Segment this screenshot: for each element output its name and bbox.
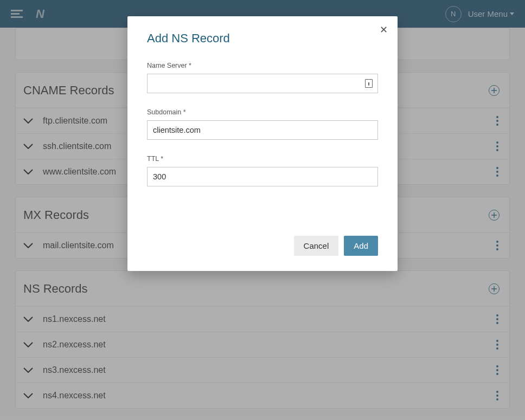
modal-overlay[interactable]: ✕ Add NS Record Name Server * Subdomain … [0,0,525,420]
cancel-button[interactable]: Cancel [294,236,339,256]
subdomain-field-group: Subdomain * [147,108,378,140]
ttl-input[interactable] [147,167,378,186]
name-server-input[interactable] [147,74,378,93]
modal-footer: Cancel Add [294,236,378,256]
name-server-field-group: Name Server * [147,62,378,93]
subdomain-input[interactable] [147,120,378,140]
close-icon[interactable]: ✕ [380,24,388,36]
field-label: TTL * [147,155,378,163]
field-label: Name Server * [147,62,378,69]
contact-card-icon[interactable] [365,79,373,88]
add-ns-record-modal: ✕ Add NS Record Name Server * Subdomain … [127,16,398,271]
modal-title: Add NS Record [147,31,378,46]
ttl-field-group: TTL * [147,155,378,186]
add-button[interactable]: Add [344,236,378,256]
field-label: Subdomain * [147,108,378,116]
